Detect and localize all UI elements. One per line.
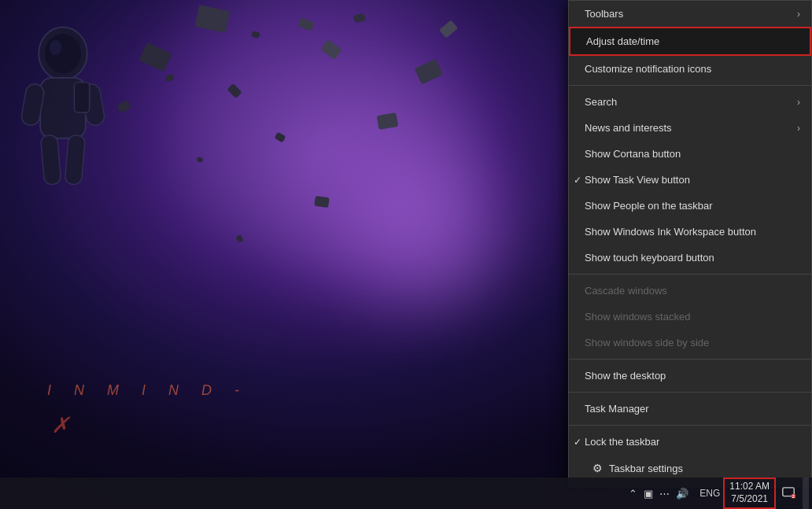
menu-item-label: Show touch keyboard button bbox=[585, 252, 714, 264]
menu-item-label: Show windows side by side bbox=[585, 337, 709, 349]
menu-item-label: Task Manager bbox=[585, 403, 649, 415]
tray-network-icon[interactable]: ⋯ bbox=[656, 488, 673, 500]
menu-item-label: Toolbars bbox=[585, 8, 623, 20]
menu-item-lock-taskbar[interactable]: ✓Lock the taskbar bbox=[569, 429, 811, 455]
checkmark-icon: ✓ bbox=[574, 437, 581, 448]
svg-point-1 bbox=[45, 34, 81, 73]
notification-center-button[interactable]: 2 bbox=[776, 478, 801, 509]
menu-item-label: Customize notification icons bbox=[585, 63, 711, 75]
menu-item-label: Adjust date/time bbox=[586, 35, 659, 47]
menu-divider bbox=[569, 274, 811, 275]
clock-date: 7/5/2021 bbox=[731, 493, 768, 506]
menu-item-show-stacked: Show windows stacked bbox=[569, 304, 811, 330]
context-menu: Toolbars›Adjust date/timeCustomize notif… bbox=[568, 0, 812, 488]
menu-item-customize-notif[interactable]: Customize notification icons bbox=[569, 56, 811, 82]
menu-item-label: Cascade windows bbox=[585, 285, 667, 297]
menu-item-show-side-by-side: Show windows side by side bbox=[569, 330, 811, 356]
menu-item-search[interactable]: Search› bbox=[569, 89, 811, 115]
menu-item-show-cortana[interactable]: Show Cortana button bbox=[569, 141, 811, 167]
language-indicator[interactable]: ENG bbox=[696, 488, 723, 499]
svg-rect-6 bbox=[65, 135, 86, 185]
astronaut-illustration bbox=[16, 16, 110, 212]
tray-volume-icon[interactable]: 🔊 bbox=[673, 488, 692, 500]
svg-rect-7 bbox=[74, 83, 89, 112]
menu-divider bbox=[569, 425, 811, 426]
show-desktop-button[interactable] bbox=[803, 478, 809, 509]
menu-item-show-ink[interactable]: Show Windows Ink Workspace button bbox=[569, 219, 811, 245]
menu-item-label: Show windows stacked bbox=[585, 311, 690, 323]
menu-item-label: Lock the taskbar bbox=[585, 436, 659, 448]
menu-item-label: Show Windows Ink Workspace button bbox=[585, 226, 756, 238]
menu-item-label: Taskbar settings bbox=[609, 463, 683, 474]
menu-item-show-desktop[interactable]: Show the desktop bbox=[569, 363, 811, 389]
asteroid bbox=[251, 31, 260, 39]
submenu-arrow-icon: › bbox=[797, 97, 800, 108]
tray-chevron-icon[interactable]: ⌃ bbox=[626, 488, 640, 500]
clock-time: 11:02 AM bbox=[729, 481, 770, 493]
menu-item-news-interests[interactable]: News and interests› bbox=[569, 115, 811, 141]
submenu-arrow-icon: › bbox=[797, 123, 800, 134]
menu-divider bbox=[569, 85, 811, 86]
nebula-3 bbox=[354, 157, 511, 315]
svg-point-8 bbox=[50, 40, 61, 55]
menu-item-label: Show Cortana button bbox=[585, 148, 681, 160]
asteroid bbox=[314, 196, 330, 208]
submenu-arrow-icon: › bbox=[797, 9, 800, 20]
menu-item-label: Search bbox=[585, 96, 617, 108]
taskbar: ⌃ ▣ ⋯ 🔊 ENG 11:02 AM 7/5/2021 2 bbox=[0, 478, 812, 509]
menu-item-show-taskview[interactable]: ✓Show Task View button bbox=[569, 167, 811, 193]
desktop-watermark-text: I N M I N D - bbox=[47, 382, 249, 399]
gear-icon: ⚙ bbox=[592, 462, 603, 474]
menu-item-show-people[interactable]: Show People on the taskbar bbox=[569, 193, 811, 219]
taskbar-right-area: ⌃ ▣ ⋯ 🔊 ENG 11:02 AM 7/5/2021 2 bbox=[621, 478, 812, 509]
menu-divider bbox=[569, 392, 811, 393]
menu-item-cascade-windows: Cascade windows bbox=[569, 278, 811, 304]
menu-item-show-touch-kb[interactable]: Show touch keyboard button bbox=[569, 245, 811, 271]
asteroid bbox=[116, 100, 131, 113]
system-tray: ⌃ ▣ ⋯ 🔊 bbox=[621, 478, 696, 509]
tray-tablet-icon[interactable]: ▣ bbox=[640, 488, 656, 500]
menu-item-task-manager[interactable]: Task Manager bbox=[569, 396, 811, 422]
clock-area[interactable]: 11:02 AM 7/5/2021 bbox=[723, 478, 776, 509]
menu-item-label: News and interests bbox=[585, 122, 672, 134]
desktop-signature: ✗ bbox=[51, 412, 69, 438]
notification-icon: 2 bbox=[781, 486, 795, 500]
menu-divider bbox=[569, 359, 811, 360]
svg-rect-5 bbox=[40, 135, 61, 185]
menu-item-toolbars[interactable]: Toolbars› bbox=[569, 1, 811, 27]
menu-item-label: Show the desktop bbox=[585, 370, 666, 382]
menu-item-label: Show Task View button bbox=[585, 174, 690, 186]
checkmark-icon: ✓ bbox=[574, 175, 581, 186]
svg-text:2: 2 bbox=[792, 494, 795, 499]
menu-item-label: Show People on the taskbar bbox=[585, 200, 713, 212]
menu-item-adjust-datetime[interactable]: Adjust date/time bbox=[569, 27, 811, 56]
